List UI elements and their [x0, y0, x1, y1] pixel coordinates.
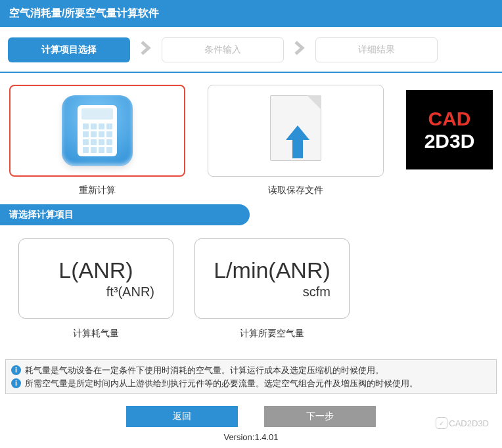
calc-options-row: L(ANR) ft³(ANR) 计算耗气量 L/min(ANR) scfm 计算…: [0, 225, 502, 346]
next-button[interactable]: 下一步: [264, 406, 376, 427]
file-upload-icon: [266, 95, 325, 166]
option2-unit-big: L/min(ANR): [214, 258, 331, 283]
option-air-consumption[interactable]: L(ANR) ft³(ANR): [18, 238, 173, 319]
option2-label: 计算所要空气量: [194, 328, 350, 340]
watermark-text: CAD2D3D: [449, 418, 489, 428]
info-icon: i: [11, 378, 21, 388]
wechat-icon: ✓: [436, 417, 447, 429]
info-text-2: 所需空气量是所定时间内从上游供给到执行元件等的必要流量。选定空气组合元件及增压阀…: [25, 377, 418, 390]
footer-buttons: 返回 下一步: [0, 401, 502, 430]
option1-unit-small: ft³(ANR): [106, 284, 173, 300]
chevron-right-icon: [288, 39, 311, 60]
watermark: ✓ CAD2D3D: [436, 417, 489, 429]
breadcrumb: 计算项目选择 条件输入 详细结果: [0, 30, 502, 73]
option1-unit-big: L(ANR): [58, 258, 133, 283]
step-result: 详细结果: [315, 37, 438, 62]
option2-unit-small: scfm: [303, 284, 349, 300]
logo-line2: 2D3D: [424, 130, 475, 152]
info-icon: i: [11, 365, 21, 375]
info-box: i 耗气量是气动设备在一定条件下使用时消耗的空气量。计算运行成本及选定压缩机的时…: [5, 359, 497, 394]
step-input: 条件输入: [162, 37, 284, 62]
option1-label: 计算耗气量: [18, 328, 173, 340]
option-required-air[interactable]: L/min(ANR) scfm: [194, 238, 350, 319]
logo-line1: CAD: [428, 108, 471, 130]
app-title: 空气消耗量/所要空气量计算软件: [9, 7, 159, 18]
app-header: 空气消耗量/所要空气量计算软件: [0, 0, 502, 27]
back-button[interactable]: 返回: [126, 406, 238, 427]
recalculate-card[interactable]: [9, 85, 185, 177]
step-select[interactable]: 计算项目选择: [8, 37, 130, 62]
version-label: Version:1.4.01: [0, 430, 502, 447]
cad-logo: CAD 2D3D: [406, 90, 493, 169]
recalculate-label: 重新计算: [9, 185, 185, 196]
load-file-card[interactable]: [208, 85, 384, 177]
load-file-label: 读取保存文件: [208, 185, 384, 196]
calculator-icon: [62, 95, 133, 166]
section-title: 请选择计算项目: [0, 204, 250, 225]
chevron-right-icon: [134, 39, 158, 60]
top-card-row: 重新计算 读取保存文件 CAD 2D3D: [0, 73, 502, 199]
info-text-1: 耗气量是气动设备在一定条件下使用时消耗的空气量。计算运行成本及选定压缩机的时候使…: [25, 364, 384, 377]
